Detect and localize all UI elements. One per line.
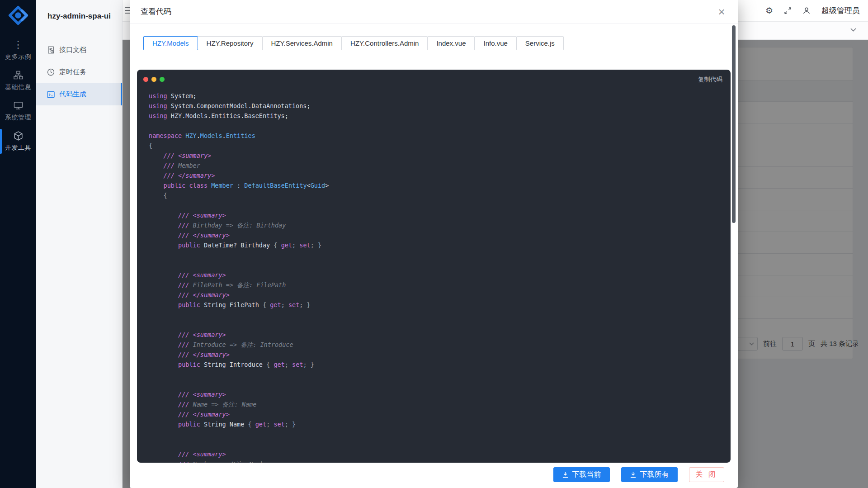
rail-item-dev-cube[interactable]: 开发工具 xyxy=(0,126,36,156)
code-line xyxy=(149,121,719,131)
menu-item-clock[interactable]: 定时任务 xyxy=(36,61,122,83)
tab-Service.js[interactable]: Service.js xyxy=(516,36,564,50)
terminal-icon xyxy=(47,91,55,98)
traffic-lights-icon xyxy=(143,77,165,82)
tab-HZY.Controllers.Admin[interactable]: HZY.Controllers.Admin xyxy=(341,36,428,50)
code-line: /// </summary> xyxy=(149,230,719,240)
dev-cube-icon xyxy=(14,131,23,141)
menu-item-label: 接口文档 xyxy=(59,46,86,54)
org-chart-icon xyxy=(14,70,23,80)
code-file-tabs: HZY.ModelsHZY.RepositoryHZY.Services.Adm… xyxy=(143,36,738,50)
code-panel-header: 复制代码 xyxy=(137,70,731,87)
green-dot-icon xyxy=(160,77,165,82)
code-line xyxy=(149,310,719,320)
code-line: /// </summary> xyxy=(149,350,719,360)
view-code-dialog: 查看代码 × HZY.ModelsHZY.RepositoryHZY.Servi… xyxy=(130,0,738,488)
modal-scrollbar-thumb[interactable] xyxy=(732,25,736,223)
menu-item-api-doc[interactable]: 接口文档 xyxy=(36,39,122,61)
menu-item-label: 定时任务 xyxy=(59,68,86,76)
app-title: hzy-admin-spa-ui xyxy=(36,12,122,21)
code-line: /// <summary> xyxy=(149,270,719,280)
rail-item-org-chart[interactable]: 基础信息 xyxy=(0,66,36,96)
tab-HZY.Models[interactable]: HZY.Models xyxy=(143,36,198,50)
code-line xyxy=(149,250,719,260)
code-line xyxy=(149,200,719,210)
download-icon xyxy=(630,471,637,478)
menu-item-label: 代码生成 xyxy=(59,90,86,99)
rail-item-more-dots[interactable]: ⋮更多示例 xyxy=(0,35,36,66)
button-label: 关 闭 xyxy=(696,470,717,479)
close-icon[interactable]: × xyxy=(714,5,729,19)
code-line: /// Introduce => 备注: Introduce xyxy=(149,340,719,350)
code-line xyxy=(149,379,719,389)
code-line: public String Name { get; set; } xyxy=(149,419,719,429)
red-dot-icon xyxy=(143,77,148,82)
button-label: 下载所有 xyxy=(640,470,669,479)
rail-item-monitor[interactable]: 系统管理 xyxy=(0,96,36,126)
code-line: { xyxy=(149,190,719,200)
dialog-header: 查看代码 × xyxy=(130,0,738,24)
code-line: using HZY.Models.Entities.BaseEntitys; xyxy=(149,111,719,121)
settings-gear-icon[interactable]: ⚙ xyxy=(765,6,773,15)
code-line: using System.ComponentModel.DataAnnotati… xyxy=(149,101,719,111)
dialog-title: 查看代码 xyxy=(141,6,171,17)
code-line: namespace HZY.Models.Entities xyxy=(149,131,719,141)
code-line: public class Member : DefaultBaseEntity<… xyxy=(149,180,719,190)
tab-HZY.Services.Admin[interactable]: HZY.Services.Admin xyxy=(262,36,342,50)
tab-Index.vue[interactable]: Index.vue xyxy=(427,36,475,50)
code-line xyxy=(149,370,719,379)
module-sidebar: hzy-admin-spa-ui 接口文档定时任务代码生成 xyxy=(36,0,123,488)
code-line: using System; xyxy=(149,91,719,101)
api-doc-icon xyxy=(47,46,55,54)
code-line: /// Birthday => 备注: Birthday xyxy=(149,220,719,230)
code-line: /// <summary> xyxy=(149,210,719,220)
tab-HZY.Repository[interactable]: HZY.Repository xyxy=(198,36,263,50)
code-line: /// <summary> xyxy=(149,389,719,399)
download-button[interactable]: 下载所有 xyxy=(621,467,678,482)
rail-item-label: 基础信息 xyxy=(5,83,31,91)
code-line xyxy=(149,429,719,439)
code-line xyxy=(149,320,719,330)
tab-Info.vue[interactable]: Info.vue xyxy=(474,36,516,50)
code-line: /// <summary> xyxy=(149,449,719,459)
download-icon xyxy=(562,471,569,478)
code-line: public String FilePath { get; set; } xyxy=(149,300,719,310)
code-line: /// <summary> xyxy=(149,330,719,340)
app-rail-sidebar: ⋮更多示例基础信息系统管理开发工具 xyxy=(0,0,36,488)
app-logo xyxy=(7,5,29,26)
code-line: { xyxy=(149,141,719,151)
dialog-footer: 下载当前下载所有关 闭 xyxy=(130,463,738,488)
code-content: using System;using System.ComponentModel… xyxy=(137,87,731,463)
code-line: /// </summary> xyxy=(149,290,719,300)
yellow-dot-icon xyxy=(151,77,156,82)
more-dots-icon: ⋮ xyxy=(13,40,23,50)
code-line: public DateTime? Birthday { get; set; } xyxy=(149,240,719,250)
code-line: /// </summary> xyxy=(149,409,719,419)
close-button[interactable]: 关 闭 xyxy=(689,467,724,482)
code-panel: 复制代码 using System;using System.Component… xyxy=(137,70,731,463)
download-button[interactable]: 下载当前 xyxy=(553,467,610,482)
rail-item-label: 系统管理 xyxy=(5,114,31,122)
code-line: /// Member xyxy=(149,161,719,171)
rail-item-label: 更多示例 xyxy=(5,53,31,61)
user-avatar-icon[interactable] xyxy=(802,7,811,15)
username-label[interactable]: 超级管理员 xyxy=(821,5,860,16)
code-line: public String Introduce { get; set; } xyxy=(149,360,719,370)
rail-item-label: 开发工具 xyxy=(5,144,31,152)
code-line: /// Number => 备注: Number xyxy=(149,459,719,463)
code-line: /// FilePath => 备注: FilePath xyxy=(149,280,719,290)
monitor-icon xyxy=(14,100,23,110)
menu-item-terminal[interactable]: 代码生成 xyxy=(36,83,122,105)
fullscreen-icon[interactable] xyxy=(784,7,792,14)
code-line: /// <summary> xyxy=(149,151,719,161)
code-line xyxy=(149,260,719,270)
rail-nav: ⋮更多示例基础信息系统管理开发工具 xyxy=(0,35,36,156)
clock-icon xyxy=(47,68,55,76)
chevron-down-icon[interactable] xyxy=(850,28,856,32)
copy-code-button[interactable]: 复制代码 xyxy=(698,76,722,84)
button-label: 下载当前 xyxy=(572,470,601,479)
menu-list: 接口文档定时任务代码生成 xyxy=(36,39,122,105)
code-line: /// Name => 备注: Name xyxy=(149,399,719,409)
code-line: /// </summary> xyxy=(149,171,719,180)
code-line xyxy=(149,439,719,449)
